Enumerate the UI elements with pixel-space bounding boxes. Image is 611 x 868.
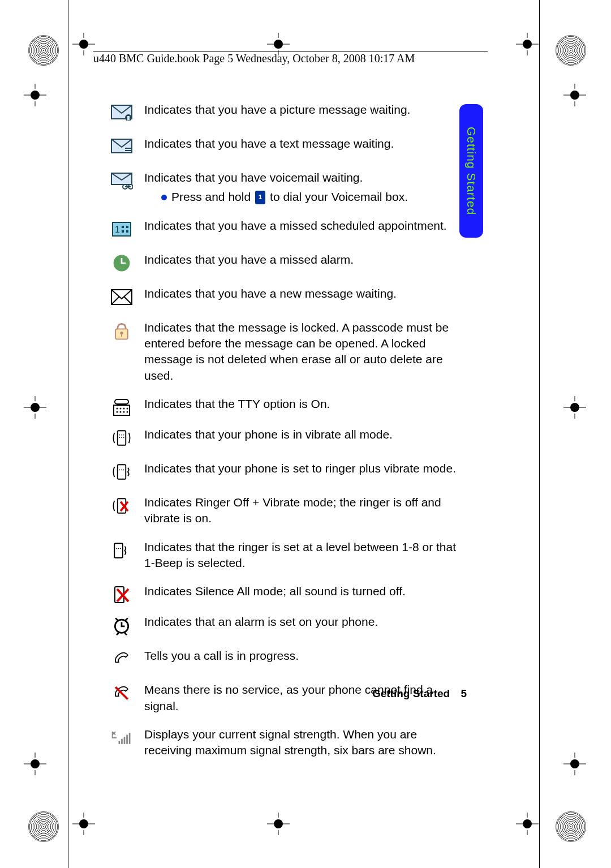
legend-row: Indicates Ringer Off + Vibrate mode; the… (99, 495, 467, 527)
svg-rect-63 (124, 737, 126, 744)
crop-mark (563, 84, 586, 106)
legend-text: Indicates that you have a missed alarm. (144, 252, 467, 268)
legend-row: Indicates that you have voicemail waitin… (99, 170, 467, 205)
footer-page-number: 5 (461, 687, 467, 699)
text-message-icon (99, 136, 144, 157)
svg-point-34 (121, 435, 122, 436)
svg-point-42 (123, 470, 124, 471)
legend-text: Indicates that your phone is set to ring… (144, 461, 467, 476)
legend-row: Indicates Silence All mode; all sound is… (99, 583, 467, 605)
legend-text: Indicates that your phone is in vibrate … (144, 427, 467, 442)
svg-rect-46 (114, 543, 123, 557)
svg-point-29 (120, 411, 122, 413)
legend-row: Indicates that the TTY option is On. (99, 396, 467, 418)
svg-text:1: 1 (115, 225, 120, 234)
svg-line-54 (115, 618, 118, 621)
legend-text: Indicates that you have a picture messag… (144, 102, 467, 118)
svg-point-36 (119, 437, 120, 438)
new-message-icon (99, 286, 144, 307)
svg-rect-65 (129, 733, 131, 744)
legend-text: Indicates that an alarm is set on your p… (144, 614, 467, 630)
header-text: u440 BMC Guide.book Page 5 Wednesday, Oc… (93, 52, 415, 65)
bullet-icon (161, 195, 167, 200)
svg-point-33 (119, 435, 120, 436)
crop-mark (24, 84, 46, 106)
legend-text: Displays your current signal strength. W… (144, 727, 467, 759)
svg-rect-21 (121, 333, 122, 336)
legend-row: Indicates that the ringer is set at a le… (99, 539, 467, 571)
vertical-guide (539, 0, 540, 868)
crop-mark (24, 396, 46, 419)
tty-icon (99, 396, 144, 418)
svg-point-25 (120, 408, 122, 410)
registration-spiral (556, 35, 586, 66)
voicemail-text: Indicates that you have voicemail waitin… (144, 171, 363, 184)
registration-spiral (28, 811, 59, 842)
header-rule (93, 51, 488, 51)
page-footer: Getting Started 5 (99, 687, 467, 700)
crop-mark (72, 813, 95, 835)
legend-row: Indicates that you have a text message w… (99, 136, 467, 157)
svg-point-41 (121, 470, 122, 471)
svg-point-48 (118, 548, 119, 549)
svg-point-26 (123, 408, 125, 410)
svg-rect-62 (121, 739, 123, 744)
svg-point-28 (117, 411, 118, 413)
footer-section: Getting Started (372, 687, 450, 699)
svg-rect-15 (122, 230, 124, 233)
legend-text: Indicates that the message is locked. A … (144, 320, 467, 384)
legend-text: Indicates that you have a missed schedul… (144, 218, 467, 234)
vibrate-all-icon (99, 427, 144, 448)
svg-line-56 (117, 633, 119, 635)
svg-point-24 (117, 408, 118, 410)
crop-mark (516, 33, 539, 55)
legend-row: Tells you a call is in progress. (99, 648, 467, 669)
alarm-set-icon (99, 614, 144, 635)
ringer-off-vibrate-icon (99, 495, 144, 516)
registration-spiral (28, 35, 59, 66)
voicemail-icon (99, 170, 144, 191)
svg-rect-61 (119, 741, 121, 744)
legend-row: Indicates that the message is locked. A … (99, 320, 467, 384)
svg-rect-23 (115, 399, 128, 404)
legend-text: Indicates Ringer Off + Vibrate mode; the… (144, 495, 467, 527)
legend-row: Displays your current signal strength. W… (99, 727, 467, 759)
ringer-vibrate-icon (99, 461, 144, 482)
legend-row: Indicates that an alarm is set on your p… (99, 614, 467, 635)
legend-row: Indicates that your phone is in vibrate … (99, 427, 467, 448)
legend-text: Indicates that the ringer is set at a le… (144, 539, 467, 571)
svg-point-31 (127, 411, 128, 413)
call-in-progress-icon (99, 648, 144, 669)
svg-point-47 (116, 548, 117, 549)
svg-point-40 (119, 470, 120, 471)
legend-text: Tells you a call is in progress. (144, 648, 467, 664)
vertical-guide (68, 0, 68, 868)
legend-row: Indicates that you have a missed alarm. (99, 252, 467, 273)
svg-rect-2 (127, 116, 130, 121)
svg-rect-14 (126, 226, 128, 228)
svg-point-38 (123, 437, 124, 438)
svg-rect-16 (126, 230, 128, 233)
legend-row: Indicates that you have a picture messag… (99, 102, 467, 123)
locked-message-icon (99, 320, 144, 341)
ringer-level-icon (99, 539, 144, 561)
crop-mark (563, 753, 586, 775)
bullet-post: to dial your Voicemail box. (270, 189, 408, 205)
crop-mark (267, 813, 290, 835)
legend-text: Indicates that you have a text message w… (144, 136, 467, 152)
legend-text: Indicates Silence All mode; all sound is… (144, 583, 467, 599)
crop-mark (72, 33, 95, 55)
crop-mark (563, 396, 586, 419)
legend-text: Indicates that the TTY option is On. (144, 396, 467, 412)
legend-row: 1 Indicates that you have a missed sched… (99, 218, 467, 239)
svg-point-35 (123, 435, 124, 436)
icon-legend: Indicates that you have a picture messag… (99, 102, 467, 771)
voicemail-bullet: Press and hold 1 to dial your Voicemail … (161, 189, 467, 205)
appointment-icon: 1 (99, 218, 144, 239)
svg-rect-39 (118, 465, 126, 479)
key-1-icon: 1 (255, 191, 265, 204)
picture-message-icon (99, 102, 144, 123)
svg-point-30 (123, 411, 125, 413)
legend-row: Indicates that your phone is set to ring… (99, 461, 467, 482)
svg-rect-22 (114, 405, 130, 415)
